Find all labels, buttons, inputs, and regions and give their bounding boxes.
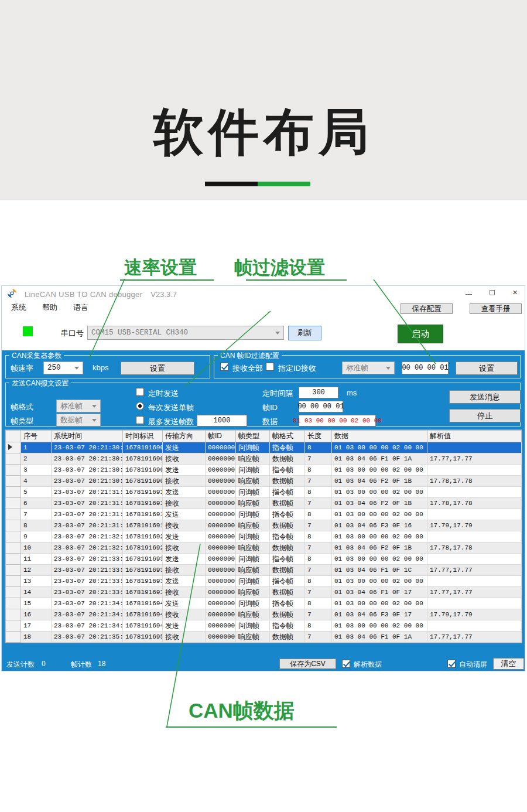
table-cell bbox=[427, 598, 522, 609]
frame-format-value: 标准帧 bbox=[60, 401, 83, 411]
page: 软件布局 速率设置 帧过滤设置 报文设置与收发 CAN帧数据 bbox=[0, 0, 527, 812]
start-button[interactable]: 启动 bbox=[398, 325, 443, 343]
column-header[interactable]: 序号 bbox=[21, 431, 52, 442]
table-row[interactable]: 1523-03-07 20:21:34:41678191694发送0000000… bbox=[6, 598, 522, 609]
column-header[interactable]: 帧ID bbox=[206, 431, 236, 442]
menu-help[interactable]: 帮助 bbox=[42, 302, 57, 313]
filter-set-button[interactable]: 设置 bbox=[456, 361, 518, 375]
row-selector-cell bbox=[6, 587, 21, 598]
table-cell: 01 03 04 06 F2 0F 1B bbox=[332, 543, 427, 554]
column-header[interactable]: 解析值 bbox=[427, 431, 522, 442]
table-cell: 指令帧 bbox=[270, 487, 305, 498]
save-csv-button[interactable]: 保存为CSV bbox=[279, 659, 336, 669]
row-selector-cell bbox=[6, 620, 21, 632]
max-frames-field[interactable]: 1000 bbox=[197, 415, 247, 427]
table-row[interactable]: 723-03-07 20:21:31:91678191691发送00000000… bbox=[6, 509, 522, 520]
table-cell: 01 03 00 00 00 02 00 00 bbox=[332, 554, 427, 565]
table-cell: 响应帧 bbox=[236, 587, 270, 598]
table-row[interactable]: 623-03-07 20:21:31:21678191691接收00000000… bbox=[6, 498, 522, 509]
chevron-down-icon bbox=[74, 367, 79, 370]
table-cell: 1678191691 bbox=[123, 520, 163, 531]
table-cell: 23-03-07 20:21:31:9 bbox=[52, 520, 123, 531]
table-cell: 1678191690 bbox=[123, 453, 163, 465]
save-config-button[interactable]: 保存配置 bbox=[401, 303, 453, 314]
stop-button[interactable]: 停止 bbox=[449, 409, 521, 422]
auto-clear-checkbox[interactable] bbox=[447, 660, 456, 668]
table-cell: 指令帧 bbox=[270, 465, 305, 476]
table-row[interactable]: 1423-03-07 20:21:33:71678191693接收0000000… bbox=[6, 587, 522, 598]
table-cell: 23-03-07 20:21:31:9 bbox=[52, 509, 123, 520]
frame-type-value: 数据帧 bbox=[60, 415, 83, 425]
close-icon[interactable]: × bbox=[512, 289, 518, 295]
table-row[interactable]: 1823-03-07 20:21:35:01678191695接收0000000… bbox=[6, 632, 522, 643]
frame-count-label: 帧计数 bbox=[71, 660, 92, 670]
table-row[interactable]: 823-03-07 20:21:31:91678191691接收00000000… bbox=[6, 520, 522, 531]
column-header[interactable]: 帧格式 bbox=[270, 431, 305, 442]
specified-id-checkbox[interactable] bbox=[266, 363, 274, 371]
row-selector-cell bbox=[6, 576, 21, 587]
table-row[interactable]: 1023-03-07 20:21:32:51678191692接收0000000… bbox=[6, 543, 522, 554]
send-message-button[interactable]: 发送消息 bbox=[449, 390, 521, 404]
frame-count-value: 18 bbox=[98, 660, 105, 668]
data-field[interactable]: 01 03 00 00 00 02 00 00 bbox=[299, 415, 376, 427]
menu-language[interactable]: 语言 bbox=[73, 302, 88, 313]
refresh-button[interactable]: 刷新 bbox=[288, 326, 321, 340]
column-header[interactable]: 帧类型 bbox=[236, 431, 270, 442]
filter-id-field[interactable]: 00 00 00 01 bbox=[402, 361, 449, 374]
table-cell: 00000000 bbox=[206, 565, 236, 576]
clear-button[interactable]: 清空 bbox=[493, 658, 524, 670]
table-cell: 接收 bbox=[163, 609, 206, 620]
filter-frame-combo[interactable]: 标准帧 bbox=[342, 361, 395, 374]
column-header[interactable]: 长度 bbox=[305, 431, 332, 442]
table-row[interactable]: 1123-03-07 20:21:33:21678191693发送0000000… bbox=[6, 554, 522, 565]
table-cell: 23-03-07 20:21:33:2 bbox=[52, 554, 123, 565]
table-row[interactable]: 423-03-07 20:21:30:81678191690接收00000000… bbox=[6, 476, 522, 487]
table-cell: 接收 bbox=[163, 632, 206, 643]
serial-port-combo[interactable]: COM15 USB-SERIAL CH340 bbox=[87, 326, 284, 340]
frame-id-field[interactable]: 00 00 00 01 bbox=[299, 401, 343, 412]
table-row[interactable]: 1323-03-07 20:21:33:71678191693发送0000000… bbox=[6, 576, 522, 587]
table-row[interactable]: 223-03-07 20:21:30:31678191690接收00000000… bbox=[6, 453, 522, 465]
minimize-icon[interactable] bbox=[466, 290, 472, 295]
table-row[interactable]: 1723-03-07 20:21:34:91678191694发送0000000… bbox=[6, 620, 522, 632]
table-cell: 13 bbox=[21, 576, 52, 587]
max-frames-checkbox[interactable] bbox=[136, 416, 144, 424]
table-cell: 01 03 00 00 00 02 00 00 bbox=[332, 576, 427, 587]
collector-group: CAN采集器参数 帧速率 250 kbps 设置 bbox=[5, 355, 210, 378]
table-cell: 问询帧 bbox=[236, 487, 270, 498]
timed-send-label: 定时发送 bbox=[148, 388, 179, 399]
maximize-icon[interactable] bbox=[490, 290, 495, 295]
table-cell: 数据帧 bbox=[270, 498, 305, 509]
view-manual-button[interactable]: 查看手册 bbox=[470, 303, 522, 314]
table-cell: 1678191691 bbox=[123, 509, 163, 520]
table-cell: 7 bbox=[305, 476, 332, 487]
column-header[interactable]: 传输方向 bbox=[163, 431, 206, 442]
table-cell: 14 bbox=[21, 587, 52, 598]
menu-system[interactable]: 系统 bbox=[11, 302, 26, 313]
table-row[interactable]: 523-03-07 20:21:31:21678191691发送00000000… bbox=[6, 487, 522, 498]
table-row[interactable]: 923-03-07 20:21:32:41678191692发送00000000… bbox=[6, 531, 522, 543]
collector-set-button[interactable]: 设置 bbox=[121, 361, 194, 375]
chevron-down-icon bbox=[92, 419, 97, 422]
config-area: CAN采集器参数 帧速率 250 kbps 设置 CAN 帧ID过滤配置 接收全… bbox=[2, 350, 525, 671]
frame-format-combo[interactable]: 标准帧 bbox=[56, 400, 101, 412]
table-row[interactable]: 123-03-07 20:21:30:21678191690发送00000000… bbox=[6, 442, 522, 453]
timed-send-checkbox[interactable] bbox=[136, 388, 144, 396]
column-header[interactable]: 时间标识 bbox=[123, 431, 163, 442]
parse-data-checkbox[interactable] bbox=[342, 660, 350, 668]
receive-all-checkbox[interactable] bbox=[220, 363, 228, 371]
frame-type-combo[interactable]: 数据帧 bbox=[56, 414, 101, 427]
interval-field[interactable]: 300 bbox=[299, 387, 338, 398]
column-header[interactable]: 数据 bbox=[332, 431, 427, 442]
table-cell: 01 03 04 06 F2 0F 1B bbox=[332, 498, 427, 509]
single-frame-radio[interactable] bbox=[136, 402, 144, 410]
rate-combo[interactable]: 250 bbox=[43, 361, 83, 374]
table-cell: 数据帧 bbox=[270, 476, 305, 487]
table-row[interactable]: 323-03-07 20:21:30:81678191690发送00000000… bbox=[6, 465, 522, 476]
row-selector-cell bbox=[6, 543, 21, 554]
table-cell: 23-03-07 20:21:34:5 bbox=[52, 609, 123, 620]
table-cell: 8 bbox=[305, 531, 332, 543]
table-row[interactable]: 1623-03-07 20:21:34:51678191694接收0000000… bbox=[6, 609, 522, 620]
table-row[interactable]: 1223-03-07 20:21:33:41678191693接收0000000… bbox=[6, 565, 522, 576]
column-header[interactable]: 系统时间 bbox=[52, 431, 123, 442]
